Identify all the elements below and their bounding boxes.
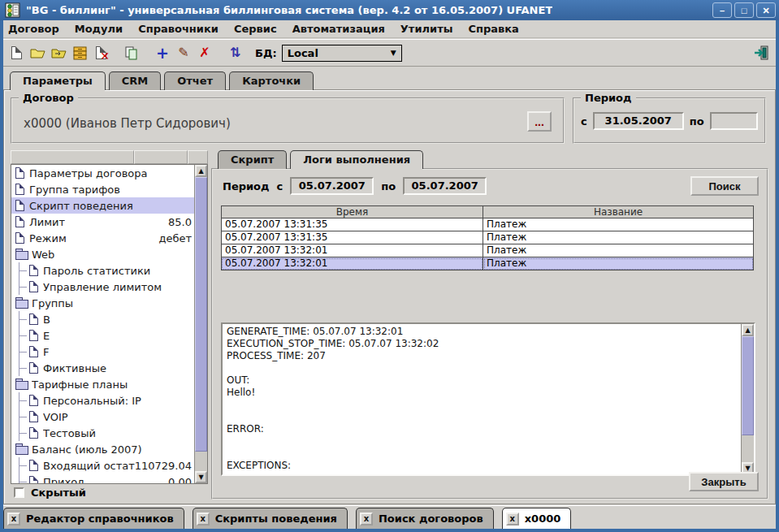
menu-item-3[interactable]: Сервис: [234, 23, 277, 35]
remove-record-icon[interactable]: ✗: [195, 43, 214, 63]
tree-column-header-1[interactable]: [11, 150, 134, 164]
tree-item-label: Входящий остаток: [43, 460, 135, 472]
document-icon: [29, 395, 38, 406]
tab-2[interactable]: Отчет: [164, 71, 226, 90]
log-view: GENERATE_TIME: 05.07.07 13:32:01 EXECUTI…: [221, 322, 755, 476]
scroll-down-icon[interactable]: ▼: [195, 471, 207, 483]
hidden-checkbox[interactable]: Скрытый: [14, 487, 86, 499]
table-cell: 05.07.2007 13:32:01: [221, 244, 483, 257]
window-edge-bottom: [0, 529, 779, 532]
tree-item-label: Лимит: [29, 216, 65, 228]
contract-browse-button[interactable]: ...: [527, 111, 552, 132]
script-tab-0[interactable]: Скрипт: [218, 150, 287, 169]
column-header-1[interactable]: Название: [483, 205, 754, 218]
close-button[interactable]: ✕: [756, 2, 776, 18]
tree-item[interactable]: VOIP: [11, 409, 194, 425]
tab-close-icon[interactable]: x: [506, 513, 519, 526]
bottom-tab-2[interactable]: xПоиск договоров: [356, 508, 494, 529]
period-fields: с 31.05.2007 по: [581, 112, 758, 130]
window-controls: – □ ✕: [712, 2, 776, 18]
period-to-field[interactable]: [710, 112, 758, 130]
checkbox-icon[interactable]: [14, 487, 24, 498]
tree-item[interactable]: E: [11, 327, 194, 344]
log-to-field[interactable]: 05.07.2007: [403, 177, 487, 195]
tree-item[interactable]: Web: [11, 246, 194, 262]
tree-item[interactable]: F: [11, 344, 194, 360]
log-from-field[interactable]: 05.07.2007: [290, 177, 374, 195]
tree-item[interactable]: Тестовый: [11, 425, 194, 441]
log-scrollbar-thumb[interactable]: [742, 336, 754, 435]
tree-item[interactable]: Персональный: IP: [11, 392, 194, 409]
bottom-tab-0[interactable]: xРедактор справочников: [3, 508, 184, 529]
log-scrollbar-track[interactable]: [742, 435, 754, 462]
menu-item-1[interactable]: Модули: [75, 23, 123, 35]
bottom-tab-3[interactable]: xх0000: [502, 508, 572, 529]
tree-item[interactable]: Входящий остаток110729.04: [11, 457, 194, 474]
add-record-icon[interactable]: +: [153, 43, 172, 63]
open-folder-alt-icon[interactable]: [49, 43, 68, 63]
tree-item[interactable]: Скрипт поведения: [11, 197, 194, 214]
tab-0[interactable]: Параметры: [10, 71, 106, 90]
exit-icon[interactable]: [751, 43, 771, 63]
tree-item[interactable]: Управление лимитом: [11, 279, 194, 295]
scroll-up-icon[interactable]: ▲: [195, 165, 207, 177]
tree-item[interactable]: Параметры договора: [11, 165, 194, 181]
tab-3[interactable]: Карточки: [229, 71, 314, 90]
column-header-0[interactable]: Время: [221, 205, 483, 218]
period-from-field[interactable]: 31.05.2007: [593, 112, 684, 130]
tree-item[interactable]: Тарифные планы: [11, 376, 194, 392]
refresh-icon[interactable]: ⇅: [226, 43, 245, 63]
menu-item-4[interactable]: Автоматизация: [292, 23, 385, 35]
menu-item-2[interactable]: Справочники: [138, 23, 219, 35]
edit-record-icon[interactable]: ✎: [174, 43, 193, 63]
bottom-tab-1[interactable]: xСкрипты поведения: [193, 508, 348, 529]
tree-scrollbar[interactable]: ▲ ▼: [194, 165, 207, 483]
tab-close-icon[interactable]: x: [360, 513, 373, 526]
folder-shape: [30, 47, 45, 59]
tree-item[interactable]: Режимдебет: [11, 230, 194, 246]
menu-item-0[interactable]: Договор: [8, 23, 59, 35]
menu-item-5[interactable]: Утилиты: [400, 23, 453, 35]
tab-close-icon[interactable]: x: [7, 513, 20, 526]
tree-item[interactable]: Пароль статистики: [11, 262, 194, 279]
db-select[interactable]: Local ▼: [282, 45, 402, 62]
log-scrollbar[interactable]: ▲ ▼: [741, 324, 754, 474]
script-tab-1[interactable]: Логи выполнения: [290, 150, 423, 169]
tree-item[interactable]: Лимит85.0: [11, 214, 194, 230]
close-panel-button[interactable]: Закрыть: [689, 472, 759, 491]
tree-item[interactable]: Баланс (июль 2007): [11, 441, 194, 457]
tree-item[interactable]: Фиктивные: [11, 360, 194, 376]
tree-item-label: Фиктивные: [43, 362, 106, 374]
log-filter-row: Период с 05.07.2007 по 05.07.2007 Поиск: [223, 176, 759, 196]
table-row[interactable]: 05.07.2007 13:31:35Платеж: [221, 218, 754, 231]
open-folder-icon[interactable]: [28, 43, 47, 63]
search-button[interactable]: Поиск: [690, 176, 759, 196]
tree-item[interactable]: Группы: [11, 295, 194, 311]
tree-connector: [15, 457, 29, 474]
table-row[interactable]: 05.07.2007 13:32:01Платеж: [221, 244, 754, 257]
tab-close-icon[interactable]: x: [197, 513, 210, 526]
copy-icon[interactable]: [122, 43, 141, 63]
tree-item[interactable]: Приход0.00: [11, 474, 194, 483]
tree-scrollbar-thumb[interactable]: [195, 177, 207, 452]
tree-item[interactable]: B: [11, 311, 194, 327]
scroll-up-icon[interactable]: ▲: [742, 324, 754, 336]
document-icon: [29, 411, 38, 422]
tree-item-label: Скрипт поведения: [29, 200, 133, 212]
table-row[interactable]: 05.07.2007 13:31:35Платеж: [221, 231, 754, 244]
contract-groupbox: Договор х0000 (Иванов Петр Сидорович) ..…: [11, 97, 565, 144]
period-group-label: Период: [581, 92, 636, 104]
minimize-button[interactable]: –: [712, 2, 732, 18]
maximize-button[interactable]: □: [734, 2, 754, 18]
table-row[interactable]: 05.07.2007 13:32:01Платеж: [221, 257, 754, 270]
catalog-icon[interactable]: [70, 43, 89, 63]
tree-scrollbar-track[interactable]: [195, 452, 207, 471]
tree-column-header-2[interactable]: [134, 150, 188, 164]
new-document-icon[interactable]: [6, 43, 26, 63]
app-window: "BG - биллинг" - универсальная биллингов…: [0, 0, 779, 532]
tree-item[interactable]: Группа тарифов: [11, 181, 194, 197]
menu-item-6[interactable]: Справка: [468, 23, 518, 35]
delete-document-icon[interactable]: ✕: [91, 43, 110, 63]
tab-1[interactable]: CRM: [109, 71, 162, 90]
bottom-tab-label: Поиск договоров: [379, 513, 483, 525]
